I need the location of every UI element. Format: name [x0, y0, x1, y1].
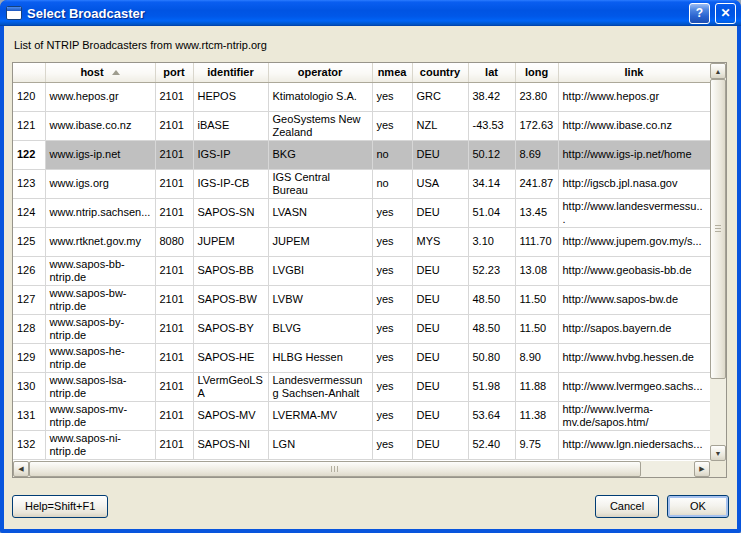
cell-port[interactable]: 2101: [155, 285, 193, 314]
cell-long[interactable]: 9.75: [515, 430, 558, 459]
cell-host[interactable]: www.sapos-mv-ntrip.de: [45, 401, 155, 430]
cell-country[interactable]: DEU: [412, 140, 468, 169]
cell-port[interactable]: 2101: [155, 198, 193, 227]
cell-port[interactable]: 2101: [155, 314, 193, 343]
cell-link[interactable]: http://igscb.jpl.nasa.gov: [558, 169, 710, 198]
cell-port[interactable]: 2101: [155, 401, 193, 430]
scroll-down-button[interactable]: ▼: [710, 445, 726, 461]
cell-identifier[interactable]: SAPOS-NI: [193, 430, 268, 459]
cell-nmea[interactable]: yes: [372, 198, 412, 227]
row-number-cell[interactable]: 122: [13, 140, 45, 169]
table-row[interactable]: 122www.igs-ip.net2101IGS-IPBKGnoDEU50.12…: [13, 140, 710, 169]
cell-nmea[interactable]: no: [372, 140, 412, 169]
cell-long[interactable]: 11.50: [515, 314, 558, 343]
cell-operator[interactable]: BLVG: [268, 314, 372, 343]
cell-link[interactable]: http://www.lgn.niedersachs...: [558, 430, 710, 459]
cell-identifier[interactable]: IGS-IP-CB: [193, 169, 268, 198]
cell-country[interactable]: DEU: [412, 285, 468, 314]
vertical-scrollbar-thumb[interactable]: [710, 79, 726, 379]
cell-host[interactable]: www.sapos-he-ntrip.de: [45, 343, 155, 372]
cell-operator[interactable]: JUPEM: [268, 227, 372, 256]
row-number-cell[interactable]: 125: [13, 227, 45, 256]
cell-long[interactable]: 11.88: [515, 372, 558, 401]
scroll-up-button[interactable]: ▲: [710, 63, 726, 79]
row-number-cell[interactable]: 121: [13, 111, 45, 140]
cell-lat[interactable]: 52.40: [468, 430, 515, 459]
cell-nmea[interactable]: yes: [372, 82, 412, 111]
cell-link[interactable]: http://www.hvbg.hessen.de: [558, 343, 710, 372]
cell-nmea[interactable]: no: [372, 169, 412, 198]
cell-link[interactable]: http://www.hepos.gr: [558, 82, 710, 111]
cell-long[interactable]: 8.90: [515, 343, 558, 372]
cell-operator[interactable]: LVASN: [268, 198, 372, 227]
cell-country[interactable]: GRC: [412, 82, 468, 111]
row-number-cell[interactable]: 129: [13, 343, 45, 372]
vertical-scrollbar[interactable]: ▲ ▼: [710, 63, 726, 461]
table-row[interactable]: 130www.sapos-lsa-ntrip.de2101LVermGeoLSA…: [13, 372, 710, 401]
cell-identifier[interactable]: IGS-IP: [193, 140, 268, 169]
cell-link[interactable]: http://sapos.bayern.de: [558, 314, 710, 343]
cell-identifier[interactable]: iBASE: [193, 111, 268, 140]
cell-host[interactable]: www.sapos-bw-ntrip.de: [45, 285, 155, 314]
cell-identifier[interactable]: SAPOS-SN: [193, 198, 268, 227]
cell-identifier[interactable]: SAPOS-BY: [193, 314, 268, 343]
column-header-link[interactable]: link: [558, 63, 710, 82]
cell-link[interactable]: http://www.geobasis-bb.de: [558, 256, 710, 285]
cell-identifier[interactable]: SAPOS-BB: [193, 256, 268, 285]
table-row[interactable]: 128www.sapos-by-ntrip.de2101SAPOS-BYBLVG…: [13, 314, 710, 343]
cell-lat[interactable]: 48.50: [468, 285, 515, 314]
row-number-cell[interactable]: 131: [13, 401, 45, 430]
cell-host[interactable]: www.sapos-by-ntrip.de: [45, 314, 155, 343]
cell-host[interactable]: www.igs.org: [45, 169, 155, 198]
cell-host[interactable]: www.sapos-lsa-ntrip.de: [45, 372, 155, 401]
column-header-nmea[interactable]: nmea: [372, 63, 412, 82]
cell-lat[interactable]: 48.50: [468, 314, 515, 343]
row-number-cell[interactable]: 127: [13, 285, 45, 314]
ok-button[interactable]: OK: [667, 495, 729, 518]
table-row[interactable]: 132www.sapos-ni-ntrip.de2101SAPOS-NILGNy…: [13, 430, 710, 459]
cell-operator[interactable]: LGN: [268, 430, 372, 459]
cell-country[interactable]: USA: [412, 169, 468, 198]
cell-identifier[interactable]: SAPOS-BW: [193, 285, 268, 314]
cell-country[interactable]: DEU: [412, 314, 468, 343]
table-row[interactable]: 123www.igs.org2101IGS-IP-CBIGS Central B…: [13, 169, 710, 198]
column-header-long[interactable]: long: [515, 63, 558, 82]
column-header-country[interactable]: country: [412, 63, 468, 82]
column-header-lat[interactable]: lat: [468, 63, 515, 82]
cell-operator[interactable]: Ktimatologio S.A.: [268, 82, 372, 111]
cell-port[interactable]: 2101: [155, 372, 193, 401]
cell-identifier[interactable]: JUPEM: [193, 227, 268, 256]
cell-operator[interactable]: HLBG Hessen: [268, 343, 372, 372]
cell-operator[interactable]: LVGBI: [268, 256, 372, 285]
cell-country[interactable]: DEU: [412, 430, 468, 459]
column-header-identifier[interactable]: identifier: [193, 63, 268, 82]
horizontal-scrollbar[interactable]: ◀ ▶: [13, 461, 710, 477]
cell-port[interactable]: 2101: [155, 111, 193, 140]
cell-port[interactable]: 2101: [155, 343, 193, 372]
row-number-cell[interactable]: 130: [13, 372, 45, 401]
cell-long[interactable]: 241.87: [515, 169, 558, 198]
cell-operator[interactable]: Landesvermessung Sachsen-Anhalt: [268, 372, 372, 401]
titlebar[interactable]: Select Broadcaster ? ✕: [0, 0, 741, 26]
cell-operator[interactable]: GeoSystems New Zealand: [268, 111, 372, 140]
help-button[interactable]: Help=Shift+F1: [12, 495, 108, 518]
cell-country[interactable]: DEU: [412, 401, 468, 430]
table-row[interactable]: 121www.ibase.co.nz2101iBASEGeoSystems Ne…: [13, 111, 710, 140]
cell-long[interactable]: 172.63: [515, 111, 558, 140]
cell-lat[interactable]: 52.23: [468, 256, 515, 285]
column-header-num[interactable]: [13, 63, 45, 82]
cell-link[interactable]: http://www.igs-ip.net/home: [558, 140, 710, 169]
cell-host[interactable]: www.hepos.gr: [45, 82, 155, 111]
cell-long[interactable]: 8.69: [515, 140, 558, 169]
table-row[interactable]: 129www.sapos-he-ntrip.de2101SAPOS-HEHLBG…: [13, 343, 710, 372]
table-row[interactable]: 127www.sapos-bw-ntrip.de2101SAPOS-BWLVBW…: [13, 285, 710, 314]
cell-nmea[interactable]: yes: [372, 314, 412, 343]
cell-lat[interactable]: 51.98: [468, 372, 515, 401]
cell-host[interactable]: www.igs-ip.net: [45, 140, 155, 169]
cell-country[interactable]: DEU: [412, 343, 468, 372]
cell-lat[interactable]: 3.10: [468, 227, 515, 256]
cell-nmea[interactable]: yes: [372, 372, 412, 401]
row-number-cell[interactable]: 120: [13, 82, 45, 111]
cell-port[interactable]: 2101: [155, 140, 193, 169]
cell-long[interactable]: 11.38: [515, 401, 558, 430]
